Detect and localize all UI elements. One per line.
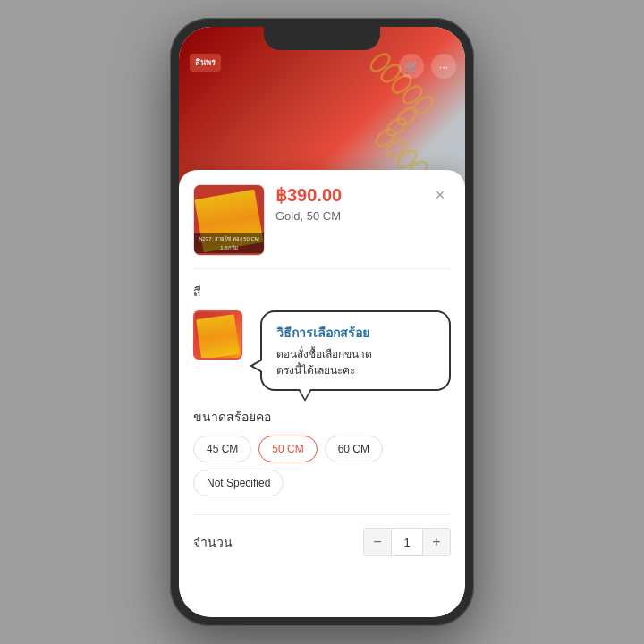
quantity-section: จำนวน − 1 + [193, 514, 451, 556]
product-summary-row: N237: สายโซ่ ทอง 50 CM 1.5กรัม ฿390.00 G… [193, 184, 451, 269]
bubble-title: วิธีการเลือกสร้อย [276, 323, 435, 343]
quantity-value: 1 [391, 529, 423, 555]
store-badge: สินพร [190, 54, 221, 72]
swatch-chain-decor [196, 314, 240, 360]
product-options-modal: N237: สายโซ่ ทอง 50 CM 1.5กรัม ฿390.00 G… [179, 170, 465, 617]
color-section: สี วิธีการเลือกสร้อย ตอนสั่งซื้อเลือกขนา… [193, 282, 451, 391]
quantity-increase-button[interactable]: + [423, 529, 450, 555]
product-variant: Gold, 50 CM [275, 209, 419, 223]
header-icons: 🛒 ··· [399, 54, 456, 79]
phone-frame: สินพร 🛒 ··· [170, 18, 474, 626]
size-section: ขนาดสร้อยคอ 45 CM 50 CM 60 CM Not Specif… [193, 407, 451, 496]
quantity-decrease-button[interactable]: − [364, 529, 391, 555]
bubble-pointer [298, 389, 312, 402]
quantity-controls: − 1 + [363, 528, 451, 556]
size-option-not-specified[interactable]: Not Specified [193, 470, 284, 496]
more-icon-button[interactable]: ··· [431, 54, 456, 79]
svg-point-9 [394, 148, 419, 171]
quantity-label: จำนวน [193, 532, 233, 552]
cart-icon-button[interactable]: 🛒 [399, 54, 424, 79]
size-option-60cm[interactable]: 60 CM [325, 436, 383, 462]
close-button[interactable]: × [429, 184, 451, 206]
tooltip-bubble: วิธีการเลือกสร้อย ตอนสั่งซื้อเลือกขนาด ต… [260, 310, 451, 391]
svg-point-3 [400, 83, 424, 106]
product-price: ฿390.00 [275, 184, 419, 206]
svg-point-7 [373, 126, 397, 149]
svg-point-6 [384, 115, 408, 139]
color-swatch-gold[interactable] [193, 310, 242, 360]
svg-point-0 [368, 51, 392, 74]
svg-point-5 [394, 105, 419, 128]
svg-point-4 [411, 94, 435, 117]
phone-screen: สินพร 🛒 ··· [179, 27, 465, 617]
color-row: วิธีการเลือกสร้อย ตอนสั่งซื้อเลือกขนาด ต… [193, 310, 451, 391]
size-section-label: ขนาดสร้อยคอ [193, 407, 451, 427]
product-info: ฿390.00 Gold, 50 CM [275, 184, 419, 223]
svg-point-8 [384, 137, 408, 160]
size-options-group: 45 CM 50 CM 60 CM Not Specified [193, 436, 451, 496]
size-option-50cm[interactable]: 50 CM [258, 436, 317, 462]
more-icon: ··· [439, 60, 449, 73]
bubble-line1: ตอนสั่งซื้อเลือกขนาด ตรงนี้ได้เลยนะคะ [276, 346, 435, 378]
product-thumbnail: N237: สายโซ่ ทอง 50 CM 1.5กรัม [193, 184, 265, 256]
notch [264, 27, 380, 50]
size-option-45cm[interactable]: 45 CM [193, 436, 251, 462]
cart-icon: 🛒 [404, 60, 419, 73]
product-code-label: N237: สายโซ่ ทอง 50 CM 1.5กรัม [194, 233, 264, 253]
color-section-label: สี [193, 282, 451, 301]
